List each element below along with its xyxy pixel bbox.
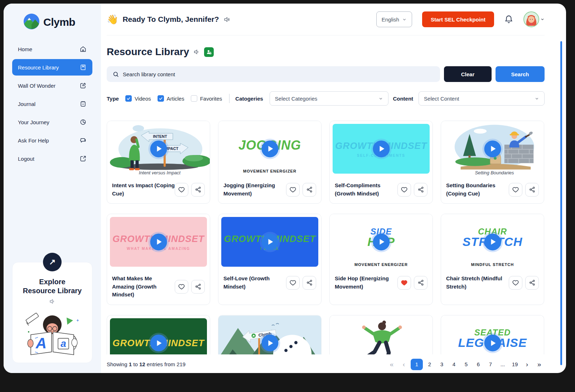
favorite-button[interactable]	[509, 276, 522, 290]
card-thumbnail[interactable]: Clymb	[218, 315, 321, 354]
greeting-audio-button[interactable]	[223, 16, 230, 23]
play-button[interactable]	[261, 335, 278, 352]
play-button[interactable]	[261, 140, 278, 157]
resource-card: GROWTH MINDSET I AM ME	[218, 214, 322, 305]
page-button-7[interactable]: 7	[485, 359, 496, 370]
share-button[interactable]	[191, 280, 205, 294]
filter-checkbox-articles[interactable]: Articles	[158, 95, 184, 102]
card-thumbnail[interactable]: INTENT IMPACT Intent versus Impact	[107, 121, 210, 176]
favorite-button[interactable]	[286, 276, 300, 290]
vertical-scrollbar[interactable]	[560, 41, 562, 365]
page-button-4[interactable]: 4	[449, 359, 459, 370]
prev-page-button[interactable]: ‹	[398, 359, 409, 370]
card-thumbnail[interactable]: GROWTH MINDSET	[107, 315, 210, 354]
play-button[interactable]	[150, 335, 167, 352]
checkbox[interactable]	[191, 95, 197, 102]
play-button[interactable]	[484, 233, 501, 250]
card-thumbnail[interactable]: GROWTH MINDSET SELF-COMPLIMENTS	[330, 121, 433, 176]
clear-button[interactable]: Clear	[444, 66, 492, 82]
card-title: Side Hop (Energizing Movement)	[335, 275, 397, 291]
sidebar-item-your-journey[interactable]: Your Journey	[12, 114, 92, 130]
title-audio-button[interactable]	[193, 49, 200, 55]
checkbox[interactable]	[158, 95, 164, 102]
sidebar-item-wall-of-wonder[interactable]: Wall Of Wonder	[12, 77, 92, 94]
card-thumbnail[interactable]: Setting Boundaries	[441, 121, 544, 176]
play-button[interactable]	[150, 233, 167, 250]
favorite-button[interactable]	[175, 280, 188, 294]
person-lock-badge[interactable]	[204, 47, 214, 57]
share-button[interactable]	[525, 183, 539, 197]
share-button[interactable]	[414, 183, 427, 197]
share-button[interactable]	[303, 276, 316, 290]
checkbox-label: Favorites	[200, 96, 222, 102]
sidebar: Clymb Home Resource Library	[4, 4, 101, 373]
page-button-1[interactable]: 1	[411, 359, 423, 370]
language-select[interactable]: English	[376, 11, 412, 27]
sidebar-item-logout[interactable]: Logout	[12, 150, 92, 167]
card-thumbnail[interactable]: JOGGING MOVEMENT ENERGIZER	[218, 121, 321, 176]
card-thumbnail[interactable]: GROWTH MINDSET WHAT MAKES ME AMAZING	[107, 214, 210, 270]
first-page-button[interactable]: «	[386, 359, 397, 370]
page-button-2[interactable]: 2	[424, 359, 435, 370]
svg-text:Intent versus Impact: Intent versus Impact	[139, 170, 181, 175]
play-button[interactable]	[484, 335, 501, 352]
pagination: « ‹ 1234567...19 › »	[386, 359, 545, 370]
card-thumbnail[interactable]	[330, 315, 433, 354]
resource-card: Clymb	[218, 315, 322, 354]
arrow-up-right-icon: ↗	[49, 257, 55, 267]
heart-icon	[289, 279, 296, 286]
sidebar-item-label: Wall Of Wonder	[18, 83, 55, 89]
notifications-bell-icon[interactable]	[504, 15, 513, 24]
play-button[interactable]	[484, 140, 501, 157]
share-button[interactable]	[191, 183, 205, 197]
play-button[interactable]	[373, 233, 390, 250]
speaker-icon	[193, 49, 200, 55]
share-icon	[417, 186, 424, 193]
card-thumbnail[interactable]: GROWTH MINDSET I AM ME	[218, 214, 321, 270]
play-button[interactable]	[150, 140, 167, 157]
avatar[interactable]	[523, 11, 539, 27]
explore-audio-button[interactable]	[16, 298, 88, 306]
content-select[interactable]: Select Content	[419, 91, 545, 106]
card-thumbnail[interactable]: CHAIR STRETCH MINDFUL STRETCH	[441, 214, 544, 270]
sidebar-item-resource-library[interactable]: Resource Library	[12, 59, 92, 76]
card-thumbnail[interactable]: SEATED LEG RAISE	[441, 315, 544, 354]
explore-resource-library-card[interactable]: ↗ Explore Resource Library	[4, 253, 101, 373]
last-page-button[interactable]: »	[534, 359, 545, 370]
sidebar-item-ask-for-help[interactable]: Ask For Help	[12, 132, 92, 149]
filter-checkbox-favorites[interactable]: Favorites	[191, 95, 222, 102]
favorite-button[interactable]	[509, 183, 522, 197]
favorite-button[interactable]	[397, 183, 411, 197]
explore-arrow-button[interactable]: ↗	[43, 253, 62, 271]
favorite-button[interactable]	[397, 276, 411, 290]
filter-checkbox-videos[interactable]: Videos	[125, 95, 151, 102]
page-title: Resource Library	[107, 46, 189, 58]
share-button[interactable]	[525, 276, 539, 290]
page-button-6[interactable]: 6	[473, 359, 484, 370]
share-button[interactable]	[303, 183, 316, 197]
user-menu[interactable]	[523, 11, 545, 27]
start-sel-checkpoint-button[interactable]: Start SEL Checkpoint	[422, 11, 494, 27]
results-footer: Showing 1 to 12 entries from 219 « ‹ 123…	[107, 359, 545, 370]
play-button[interactable]	[261, 233, 278, 250]
search-button[interactable]: Search	[496, 66, 545, 82]
search-input[interactable]	[123, 71, 434, 77]
card-thumbnail[interactable]: SIDE HOP MOVEMENT ENERGIZER	[330, 214, 433, 270]
page-button-5[interactable]: 5	[461, 359, 472, 370]
page-button-19[interactable]: 19	[509, 359, 520, 370]
sidebar-item-home[interactable]: Home	[12, 41, 92, 57]
favorite-button[interactable]	[175, 183, 188, 197]
next-page-button[interactable]: ›	[522, 359, 532, 370]
checkbox[interactable]	[125, 95, 132, 102]
page-button-3[interactable]: 3	[436, 359, 447, 370]
share-button[interactable]	[414, 276, 427, 290]
play-button[interactable]	[373, 140, 390, 157]
sidebar-item-journal[interactable]: Journal	[12, 96, 92, 112]
favorite-button[interactable]	[286, 183, 300, 197]
share-icon	[529, 186, 536, 193]
pie-chart-icon	[79, 118, 87, 126]
card-title: What Makes Me Amazing (Growth Mindset)	[112, 275, 175, 299]
check-icon	[159, 96, 163, 101]
greeting-text: Ready To Clymb, Jennifer?	[122, 15, 219, 24]
categories-select[interactable]: Select Categories	[270, 91, 389, 106]
